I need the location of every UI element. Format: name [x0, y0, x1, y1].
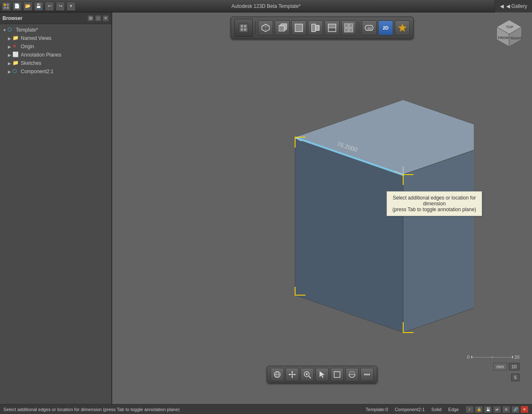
new-button[interactable]: 📄 — [12, 2, 22, 11]
status-component: Component2:1 — [395, 407, 425, 412]
top-toolbar: 3D 2D — [231, 17, 414, 39]
tree-label-named-views: Named Views — [21, 35, 52, 41]
home-view-button[interactable] — [234, 19, 253, 37]
tree-label-root: Template* — [16, 27, 38, 33]
status-link-button[interactable]: 🔗 — [511, 406, 520, 413]
svg-rect-17 — [315, 25, 319, 30]
browser-title: Browser — [2, 15, 22, 21]
box-view-button[interactable] — [275, 20, 290, 35]
svg-rect-23 — [349, 28, 353, 32]
status-message: Select additional edges or location for … — [3, 407, 180, 412]
orbit-button[interactable] — [271, 368, 284, 381]
iso-view-button[interactable] — [258, 20, 273, 35]
svg-marker-49 — [291, 377, 293, 378]
tree-arrow-named-views: ▶ — [7, 35, 12, 41]
svg-text:TOP: TOP — [506, 25, 513, 29]
status-template: Template:0 — [366, 407, 388, 412]
gallery-label: ◀ Gallery — [506, 3, 527, 9]
undo-button[interactable]: ↩ — [45, 2, 54, 11]
svg-text:RIGHT: RIGHT — [510, 36, 522, 40]
zoom-button[interactable] — [300, 368, 314, 381]
status-solid: Solid — [431, 407, 441, 412]
folder-icon-sketches: 📁 — [12, 60, 19, 67]
tree-item-component[interactable]: ▶ ⬡ Component2:1 — [0, 67, 111, 76]
svg-rect-7 — [241, 28, 243, 31]
status-mesh-button[interactable]: ⊛ — [502, 406, 510, 413]
status-edge: Edge — [448, 407, 459, 412]
tree-arrow-origin: ▶ — [7, 44, 12, 49]
app-menu-button[interactable] — [2, 2, 11, 11]
component-icon: ⬡ — [12, 68, 19, 75]
tree-item-named-views[interactable]: ▶ 📁 Named Views — [0, 34, 111, 42]
browser-close-button[interactable]: ✕ — [102, 15, 109, 22]
unit-box[interactable]: mm — [493, 363, 507, 370]
svg-rect-15 — [295, 24, 303, 32]
2d-toggle-button[interactable]: 2D — [378, 20, 393, 35]
status-check-button[interactable]: ✓ — [466, 406, 474, 413]
star-button[interactable] — [395, 20, 410, 35]
tree-label-sketches: Sketches — [21, 60, 41, 66]
svg-rect-3 — [7, 7, 9, 9]
open-button[interactable]: 📂 — [23, 2, 32, 11]
viewport[interactable]: 3D 2D — [112, 12, 532, 404]
select-button[interactable] — [315, 368, 329, 381]
tree-item-origin[interactable]: ▶ ✕ Origin — [0, 42, 111, 51]
settings-button[interactable]: ▾ — [66, 2, 76, 11]
status-sync-button[interactable]: ⇄ — [493, 406, 501, 413]
title-bar: 📄 📂 💾 ↩ ↪ ▾ Autodesk 123D Beta Template*… — [0, 0, 532, 12]
svg-rect-21 — [349, 24, 353, 27]
template-icon: ⬡ — [7, 27, 14, 33]
svg-rect-57 — [334, 372, 340, 377]
svg-marker-26 — [398, 24, 406, 32]
split-view-button[interactable] — [341, 20, 356, 35]
annotation-planes-icon: ⬜ — [12, 52, 19, 58]
tree-arrow-sketches: ▶ — [7, 60, 12, 66]
redo-button[interactable]: ↪ — [56, 2, 65, 11]
status-lock-button[interactable]: 🔒 — [475, 406, 483, 413]
app-title: Autodesk 123D Beta Template* — [232, 3, 301, 9]
browser-tree: ▼ ⬡ Template* ▶ 📁 Named Views ▶ ✕ Origin — [0, 24, 111, 404]
tree-label-component: Component2:1 — [21, 69, 54, 74]
status-close-button[interactable]: ✕ — [520, 406, 529, 413]
svg-rect-6 — [244, 25, 246, 27]
ruler-area: 0 20 mm 10 5 — [467, 355, 520, 381]
status-save-state-button[interactable]: 💾 — [484, 406, 492, 413]
status-buttons: ✓ 🔒 💾 ⇄ ⊛ 🔗 ✕ — [466, 406, 529, 413]
browser-expand-button[interactable]: □ — [95, 15, 101, 22]
cut-button[interactable] — [345, 368, 359, 381]
folder-icon-named-views: 📁 — [12, 35, 19, 42]
tree-label-origin: Origin — [21, 44, 34, 49]
front-view-button[interactable] — [291, 20, 306, 35]
rectangle-button[interactable] — [330, 368, 344, 381]
svg-rect-19 — [328, 24, 336, 28]
tooltip-line1: Select additional edges or location for … — [392, 195, 477, 207]
browser-tile-button[interactable]: ⊞ — [87, 15, 94, 22]
pan-button[interactable] — [286, 368, 299, 381]
svg-line-53 — [309, 376, 311, 378]
3d-toggle-button[interactable]: 3D — [362, 20, 377, 35]
svg-marker-50 — [288, 374, 290, 375]
top-view-button[interactable] — [325, 20, 340, 35]
toolbar-sep-1 — [255, 22, 256, 34]
ruler-zero-label: 0 — [467, 355, 470, 360]
svg-rect-12 — [279, 26, 284, 31]
ruler-value-box: 10 — [509, 363, 520, 370]
more-button[interactable] — [360, 368, 374, 381]
svg-rect-2 — [4, 7, 6, 9]
tree-item-sketches[interactable]: ▶ 📁 Sketches — [0, 59, 111, 67]
cube-navigator[interactable]: TOP FRONT RIGHT — [490, 17, 528, 54]
svg-rect-8 — [244, 28, 246, 31]
save-button[interactable]: 💾 — [34, 2, 43, 11]
2d-label: 2D — [383, 25, 389, 30]
svg-rect-16 — [312, 24, 315, 32]
browser-controls: ⊞ □ ✕ — [87, 15, 109, 22]
svg-rect-1 — [7, 4, 9, 6]
svg-point-61 — [366, 374, 368, 375]
ruler-twenty-label: 20 — [515, 355, 520, 360]
side-view-button[interactable] — [308, 20, 323, 35]
browser-panel: Browser ⊞ □ ✕ ▼ ⬡ Template* ▶ 📁 — [0, 12, 112, 404]
tree-item-annotation-planes[interactable]: ▶ ⬜ Annotation Planes — [0, 51, 111, 59]
gallery-panel[interactable]: ◀ ◀ Gallery — [495, 0, 532, 12]
tree-item-root[interactable]: ▼ ⬡ Template* — [0, 26, 111, 34]
status-right: Template:0 Component2:1 Solid Edge ✓ 🔒 💾… — [366, 406, 529, 413]
